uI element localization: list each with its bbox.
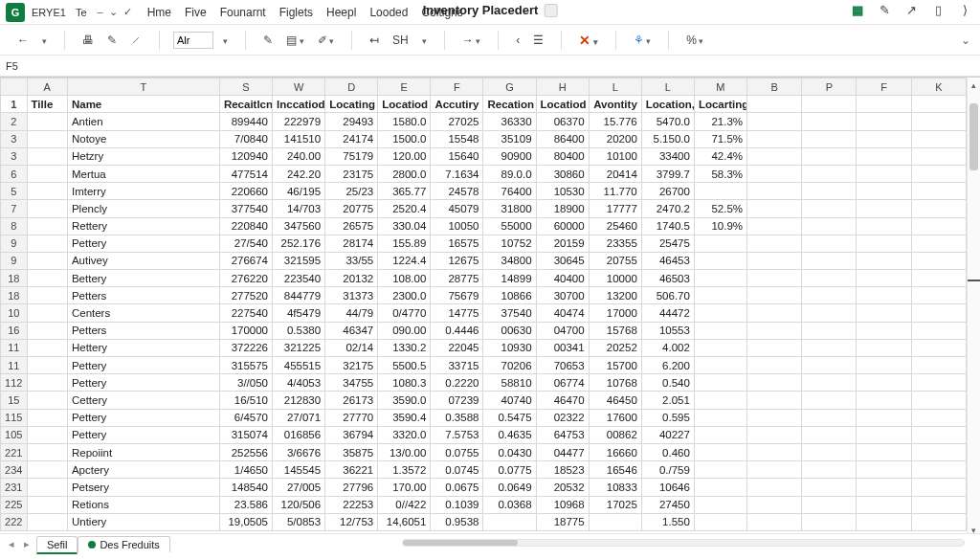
cell[interactable]: 22253 (325, 496, 378, 513)
cell[interactable] (694, 339, 746, 356)
cell[interactable] (27, 479, 67, 496)
scroll-thumb[interactable] (969, 103, 978, 170)
cell[interactable]: 58.3% (694, 165, 746, 182)
table-row[interactable]: 11Pettery315575455515321755500.533715702… (1, 357, 967, 374)
menu-heepl[interactable]: Heepl (326, 6, 356, 19)
cell[interactable]: 10768 (589, 374, 641, 392)
cell[interactable]: 27770 (325, 409, 378, 426)
cell[interactable]: 13/0.00 (378, 443, 431, 460)
cell[interactable] (694, 235, 746, 252)
row-header[interactable]: 105 (1, 426, 28, 443)
cell[interactable]: 6/4570 (219, 409, 272, 426)
cell[interactable]: 0.3588 (431, 409, 483, 426)
share-icon[interactable]: ↗ (903, 3, 919, 17)
cell[interactable] (911, 357, 966, 374)
table-row[interactable]: 115Pettery6/457027/071277703590.40.35880… (1, 409, 967, 426)
col-header[interactable]: F (857, 78, 911, 96)
cell[interactable] (747, 217, 802, 235)
cell[interactable]: 46503 (641, 270, 694, 287)
table-row[interactable]: 18Bettery27622022354020132108.0028775148… (1, 270, 967, 287)
cell[interactable]: 10.9% (694, 217, 746, 235)
list-icon[interactable]: ☰ (529, 32, 547, 49)
cell[interactable]: 00630 (483, 322, 536, 339)
cell[interactable] (694, 183, 746, 200)
cell[interactable] (857, 479, 911, 496)
cell[interactable]: Hettery (67, 339, 219, 356)
cell[interactable]: 46450 (589, 392, 641, 409)
pen-icon[interactable]: ✎ (103, 32, 121, 49)
cell[interactable] (911, 374, 966, 392)
cell[interactable]: 0.0775 (483, 461, 536, 479)
cell[interactable] (27, 409, 67, 426)
cell[interactable]: 20200 (589, 130, 641, 147)
cell[interactable]: 16546 (589, 461, 641, 479)
cell[interactable]: Mertua (67, 165, 219, 182)
cell[interactable]: 0.540 (641, 374, 694, 392)
cell[interactable]: 347560 (273, 217, 325, 235)
cell[interactable] (27, 235, 67, 252)
row-header[interactable]: 115 (1, 409, 28, 426)
cell[interactable]: 0.0755 (431, 443, 483, 460)
cell[interactable] (694, 322, 746, 339)
cell[interactable]: 222979 (273, 113, 325, 130)
cell[interactable]: 0.0745 (431, 461, 483, 479)
cell[interactable] (747, 113, 802, 130)
menu-hme[interactable]: Hme (147, 6, 171, 19)
cell[interactable]: Locarting (694, 96, 746, 113)
cell[interactable] (911, 479, 966, 496)
cell[interactable]: 28174 (325, 235, 378, 252)
table-row[interactable]: 3Notoye7/0840141510241741500.01554835109… (1, 130, 967, 147)
cell[interactable] (747, 374, 802, 392)
cell[interactable]: 321225 (273, 339, 325, 356)
cell[interactable] (747, 322, 802, 339)
cell[interactable]: 330.04 (378, 217, 431, 235)
cell[interactable] (27, 496, 67, 513)
cell[interactable]: 14/703 (273, 200, 325, 217)
horizontal-scrollbar[interactable] (402, 539, 965, 547)
cell[interactable]: 14775 (431, 304, 483, 322)
arrow-dropdown[interactable]: → (458, 32, 485, 49)
cell[interactable] (27, 461, 67, 479)
name-box[interactable] (6, 60, 52, 72)
cell[interactable]: 46347 (325, 322, 378, 339)
cell[interactable]: 120/506 (273, 496, 325, 513)
cell[interactable]: 0/4770 (378, 304, 431, 322)
cell[interactable]: 22045 (431, 339, 483, 356)
cell[interactable]: 4.002 (641, 339, 694, 356)
cell[interactable] (911, 443, 966, 460)
cell[interactable] (747, 130, 802, 147)
table-row[interactable]: 225Retions23.586120/506222530//4220.1039… (1, 496, 967, 513)
cell[interactable] (857, 409, 911, 426)
cell[interactable]: 29493 (325, 113, 378, 130)
cell[interactable] (802, 217, 857, 235)
col-header[interactable]: K (911, 78, 966, 96)
cell[interactable]: 26575 (325, 217, 378, 235)
cell[interactable]: 17777 (589, 200, 641, 217)
row-header[interactable]: 6 (1, 165, 28, 182)
cell[interactable] (802, 479, 857, 496)
cell[interactable] (27, 113, 67, 130)
cell[interactable] (857, 339, 911, 356)
cell[interactable]: 2470.2 (641, 200, 694, 217)
font-name-dropdown[interactable] (219, 32, 232, 49)
cell[interactable]: 252.176 (273, 235, 325, 252)
cell[interactable] (694, 513, 746, 530)
cell[interactable] (911, 270, 966, 287)
cell[interactable]: 0//422 (378, 496, 431, 513)
col-header[interactable]: E (378, 78, 431, 96)
cell[interactable]: Inccatiod (273, 96, 325, 113)
row-header[interactable]: 9 (1, 252, 28, 269)
col-header[interactable]: W (273, 78, 325, 96)
row-header[interactable]: 234 (1, 461, 28, 479)
cell[interactable]: 10100 (589, 147, 641, 165)
col-header[interactable]: A (27, 78, 67, 96)
row-header[interactable]: 112 (1, 374, 28, 392)
cell[interactable]: 75679 (431, 287, 483, 304)
delete-dropdown[interactable]: ✕ (575, 31, 602, 50)
sh-dropdown[interactable] (418, 32, 431, 49)
cell[interactable] (911, 147, 966, 165)
cell[interactable]: 32175 (325, 357, 378, 374)
cell[interactable]: 1/4650 (219, 461, 272, 479)
cell[interactable] (802, 443, 857, 460)
cell[interactable]: Location, (641, 96, 694, 113)
